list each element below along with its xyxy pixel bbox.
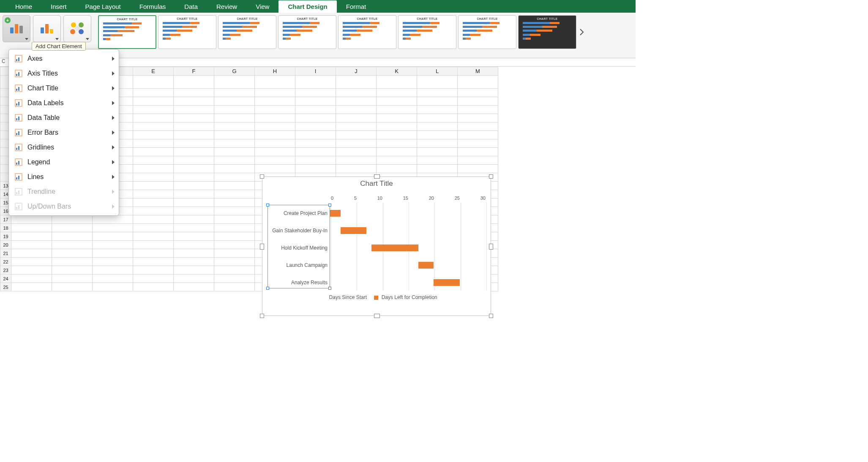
cell[interactable] <box>133 190 174 198</box>
tab-view[interactable]: View <box>246 0 278 13</box>
cell[interactable] <box>255 97 295 106</box>
cell[interactable] <box>214 241 255 249</box>
cell[interactable] <box>336 156 377 165</box>
col-header-K[interactable]: K <box>377 67 417 76</box>
cell[interactable] <box>174 190 214 198</box>
cell[interactable] <box>11 249 52 258</box>
cell[interactable] <box>377 131 417 139</box>
cell[interactable] <box>214 266 255 274</box>
menu-item-chart-title[interactable]: Chart Title <box>9 81 119 95</box>
cell[interactable] <box>93 258 133 266</box>
cell[interactable] <box>377 97 417 106</box>
cell[interactable] <box>255 122 295 131</box>
cell[interactable] <box>93 224 133 232</box>
cell[interactable] <box>255 148 295 156</box>
cell[interactable] <box>214 224 255 232</box>
cell[interactable] <box>52 224 93 232</box>
cell[interactable] <box>417 131 458 139</box>
col-header-F[interactable]: F <box>174 67 214 76</box>
cell[interactable] <box>295 156 336 165</box>
bar-segment[interactable] <box>418 262 434 269</box>
cell[interactable] <box>214 165 255 173</box>
cell[interactable] <box>133 232 174 241</box>
tab-home[interactable]: Home <box>6 0 41 13</box>
col-header-E[interactable]: E <box>133 67 174 76</box>
cell[interactable] <box>214 182 255 190</box>
cell[interactable] <box>336 97 377 106</box>
cell[interactable] <box>214 207 255 215</box>
bar-segment[interactable] <box>371 245 418 251</box>
cell[interactable] <box>133 131 174 139</box>
cell[interactable] <box>214 106 255 114</box>
styles-next-button[interactable] <box>578 15 586 49</box>
cell[interactable] <box>174 224 214 232</box>
cell[interactable] <box>11 224 52 232</box>
row-header-22[interactable]: 22 <box>0 258 11 266</box>
cell[interactable] <box>458 97 498 106</box>
cell[interactable] <box>52 215 93 224</box>
cell[interactable] <box>11 232 52 241</box>
axis-selection[interactable] <box>267 205 330 288</box>
cell[interactable] <box>417 106 458 114</box>
cell[interactable] <box>11 215 52 224</box>
resize-handle[interactable] <box>374 314 380 318</box>
cell[interactable] <box>458 89 498 97</box>
cell[interactable] <box>133 89 174 97</box>
cell[interactable] <box>174 215 214 224</box>
menu-item-data-labels[interactable]: Data Labels <box>9 95 119 110</box>
bar-segment[interactable] <box>434 279 459 286</box>
resize-handle[interactable] <box>374 174 380 179</box>
cell[interactable] <box>93 249 133 258</box>
cell[interactable] <box>214 131 255 139</box>
cell[interactable] <box>174 198 214 207</box>
cell[interactable] <box>52 241 93 249</box>
cell[interactable] <box>214 122 255 131</box>
cell[interactable] <box>52 258 93 266</box>
menu-item-gridlines[interactable]: Gridlines <box>9 140 119 155</box>
cell[interactable] <box>377 122 417 131</box>
cell[interactable] <box>174 173 214 182</box>
cell[interactable] <box>295 148 336 156</box>
menu-item-lines[interactable]: Lines <box>9 169 119 184</box>
row-header-17[interactable]: 17 <box>0 215 11 224</box>
cell[interactable] <box>377 76 417 89</box>
cell[interactable] <box>458 76 498 89</box>
cell[interactable] <box>52 232 93 241</box>
cell[interactable] <box>214 89 255 97</box>
cell[interactable] <box>11 266 52 274</box>
cell[interactable] <box>214 190 255 198</box>
cell[interactable] <box>174 249 214 258</box>
row-header-25[interactable]: 25 <box>0 283 11 291</box>
cell[interactable] <box>174 232 214 241</box>
add-chart-element-button[interactable]: + <box>3 15 30 42</box>
chart-style-1[interactable]: CHART TITLE <box>98 15 156 49</box>
cell[interactable] <box>295 97 336 106</box>
cell[interactable] <box>174 182 214 190</box>
cell[interactable] <box>377 156 417 165</box>
cell[interactable] <box>174 76 214 89</box>
cell[interactable] <box>377 148 417 156</box>
cell[interactable] <box>93 283 133 291</box>
col-header-J[interactable]: J <box>336 67 377 76</box>
cell[interactable] <box>377 165 417 173</box>
cell[interactable] <box>214 198 255 207</box>
chart-style-8[interactable]: CHART TITLE <box>518 15 576 49</box>
cell[interactable] <box>214 249 255 258</box>
cell[interactable] <box>377 106 417 114</box>
menu-item-axis-titles[interactable]: Axis Titles <box>9 66 119 81</box>
cell[interactable] <box>93 232 133 241</box>
cell[interactable] <box>417 97 458 106</box>
cell[interactable] <box>336 165 377 173</box>
cell[interactable] <box>255 165 295 173</box>
chart-plot-area[interactable]: 051015202530 Create Project Plan Gain St… <box>267 190 486 291</box>
cell[interactable] <box>52 266 93 274</box>
cell[interactable] <box>133 165 174 173</box>
tab-chart-design[interactable]: Chart Design <box>278 0 336 13</box>
col-header-G[interactable]: G <box>214 67 255 76</box>
cell[interactable] <box>377 89 417 97</box>
cell[interactable] <box>417 139 458 148</box>
cell[interactable] <box>458 156 498 165</box>
cell[interactable] <box>174 97 214 106</box>
cell[interactable] <box>336 148 377 156</box>
tab-insert[interactable]: Insert <box>41 0 76 13</box>
